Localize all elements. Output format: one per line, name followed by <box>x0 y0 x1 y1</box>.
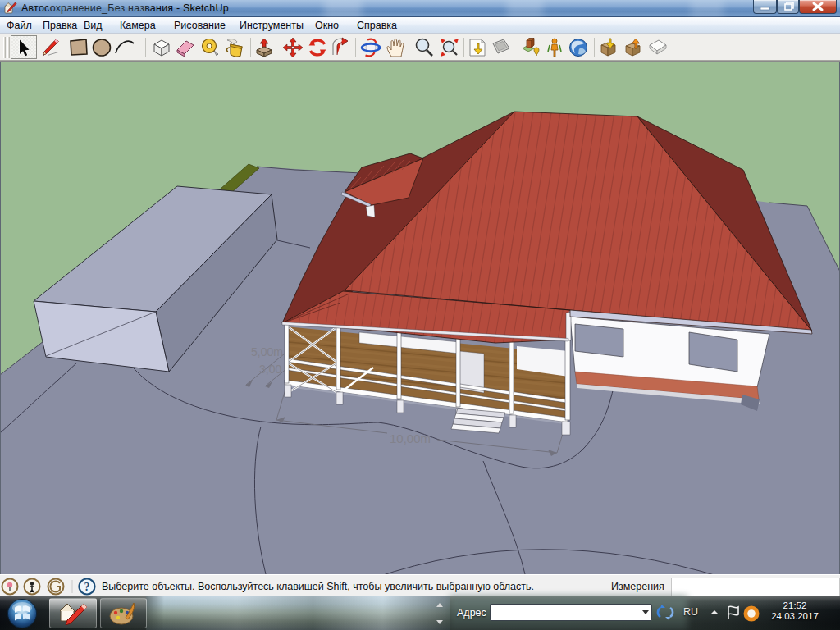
svg-text:?: ? <box>84 581 90 593</box>
svg-text:5,00m: 5,00m <box>251 345 283 358</box>
svg-text:10,00m: 10,00m <box>390 431 431 445</box>
svg-text:3,00: 3,00 <box>259 363 281 376</box>
